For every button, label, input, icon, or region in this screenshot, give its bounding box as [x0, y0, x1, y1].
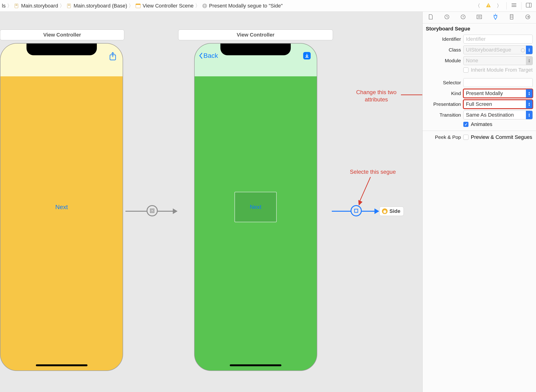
annotation-text: Change this two attributes — [350, 89, 402, 103]
device-frame: Next — [0, 43, 123, 371]
breadcrumb-item[interactable]: Present Modally segue to "Side" — [202, 3, 283, 9]
attributes-inspector-tab-icon[interactable] — [491, 14, 500, 21]
svg-rect-0 — [15, 4, 18, 8]
field-value: None — [466, 58, 478, 64]
chevron-right-icon: 〉 — [129, 2, 134, 9]
next-button[interactable]: Next — [55, 204, 68, 211]
separator — [422, 131, 536, 131]
field-label: Kind — [426, 91, 461, 96]
field-value: UIStoryboardSegue — [466, 47, 511, 53]
view-controller-scene-2[interactable]: View Controller Back N — [178, 29, 333, 371]
svg-rect-13 — [526, 3, 531, 7]
annotation-arrow-icon — [401, 90, 422, 99]
share-icon[interactable] — [109, 52, 116, 62]
animates-checkbox[interactable] — [463, 122, 469, 127]
preview-commit-checkbox[interactable] — [463, 135, 469, 140]
checkbox-label: Animates — [471, 121, 492, 127]
selector-field[interactable] — [463, 78, 533, 87]
home-indicator — [36, 364, 87, 366]
back-label: Back — [204, 52, 218, 60]
connections-inspector-tab-icon[interactable] — [523, 14, 532, 21]
breadcrumb-item[interactable]: ls — [2, 3, 6, 9]
history-inspector-tab-icon[interactable] — [442, 14, 452, 21]
view-controller-scene-1[interactable]: View Controller Next — [0, 29, 124, 371]
storyboard-file-icon — [14, 3, 20, 9]
back-button[interactable]: Back — [199, 52, 218, 60]
segue-node-icon[interactable] — [147, 205, 158, 216]
svg-rect-9 — [488, 6, 489, 7]
svg-rect-17 — [150, 209, 154, 213]
kind-select[interactable]: Present Modally ▲▼ — [463, 89, 533, 98]
transition-select[interactable]: Same As Destination ▲▼ — [463, 111, 533, 119]
dropdown-arrow-icon[interactable]: ▲▼ — [526, 56, 532, 65]
storyboard-canvas[interactable]: View Controller Next — [0, 12, 422, 392]
editor-path-bar: ls 〉 Main.storyboard 〉 Main.storyboard (… — [0, 0, 536, 12]
scene-title-label: View Controller — [43, 32, 81, 38]
size-inspector-tab-icon[interactable] — [507, 14, 516, 21]
class-field[interactable]: UIStoryboardSegue ◯ ▲▼ — [463, 45, 533, 54]
scene-title-label: View Controller — [237, 32, 275, 38]
svg-rect-7 — [204, 5, 206, 7]
container-view[interactable]: Next — [234, 192, 277, 222]
annotation-text: Selecte this segue — [345, 168, 401, 175]
scene-icon — [135, 3, 141, 9]
svg-rect-2 — [67, 4, 71, 8]
field-value: Present Modally — [466, 90, 503, 97]
scene-title-bar[interactable]: View Controller — [0, 29, 124, 40]
breadcrumb-item[interactable]: View Controller Scene — [135, 3, 193, 9]
breadcrumb-label: Present Modally segue to "Side" — [209, 3, 283, 9]
svg-text:?: ? — [462, 15, 464, 19]
breadcrumb-label: Main.storyboard (Base) — [74, 3, 127, 9]
nav-forward-icon[interactable]: 〉 — [496, 2, 503, 9]
dropdown-arrow-icon[interactable]: ▲▼ — [526, 89, 532, 98]
storyboard-base-icon — [66, 3, 72, 9]
adjust-editor-icon[interactable] — [525, 3, 532, 9]
svg-rect-18 — [151, 210, 153, 212]
home-indicator — [230, 364, 281, 366]
svg-point-6 — [203, 4, 206, 8]
svg-rect-3 — [68, 5, 70, 5]
identifier-field[interactable]: Identifier — [463, 35, 533, 44]
field-label: Peek & Pop — [426, 134, 461, 140]
field-label: Selector — [426, 80, 461, 85]
svg-rect-29 — [477, 15, 482, 19]
breadcrumb: ls 〉 Main.storyboard 〉 Main.storyboard (… — [0, 2, 474, 9]
breadcrumb-item[interactable]: Main.storyboard — [14, 3, 58, 9]
chevron-right-icon: 〉 — [7, 2, 12, 9]
field-value: Full Screen — [466, 101, 492, 107]
breadcrumb-label: Main.storyboard — [21, 3, 58, 9]
next-button-label: Next — [250, 204, 261, 210]
module-field[interactable]: None ▲▼ — [463, 56, 533, 65]
dropdown-arrow-icon[interactable]: ▲▼ — [526, 100, 532, 108]
svg-marker-25 — [358, 200, 363, 205]
outline-icon[interactable] — [510, 3, 517, 9]
svg-line-24 — [360, 177, 370, 201]
warning-icon[interactable] — [485, 3, 492, 9]
identity-inspector-tab-icon[interactable] — [474, 14, 484, 21]
storyboard-reference-label: Side — [389, 208, 400, 214]
svg-rect-5 — [136, 4, 140, 5]
inherit-module-checkbox[interactable] — [463, 67, 469, 73]
device-notch — [27, 44, 97, 55]
checkbox-label: Inherit Module From Target — [471, 67, 533, 73]
clear-icon[interactable]: ◯ — [521, 48, 525, 52]
toolbar-right: 〈 〉 — [474, 2, 536, 9]
svg-rect-8 — [488, 5, 489, 6]
help-inspector-tab-icon[interactable]: ? — [458, 14, 468, 21]
storyboard-reference[interactable]: ◉ Side — [379, 206, 404, 216]
device-frame: Back Next — [194, 43, 317, 371]
breadcrumb-item[interactable]: Main.storyboard (Base) — [66, 3, 127, 9]
checkbox-label: Preview & Commit Segues — [471, 134, 532, 140]
svg-rect-1 — [15, 5, 17, 5]
dropdown-arrow-icon[interactable]: ▲▼ — [526, 111, 532, 119]
file-inspector-tab-icon[interactable] — [426, 14, 436, 21]
section-header: Storyboard Segue — [422, 23, 536, 34]
download-icon[interactable] — [303, 52, 311, 60]
field-label: Module — [426, 58, 461, 63]
scene-title-bar[interactable]: View Controller — [178, 29, 333, 40]
dropdown-arrow-icon[interactable]: ▲▼ — [526, 46, 532, 54]
presentation-select[interactable]: Full Screen ▲▼ — [463, 100, 533, 109]
field-label: Class — [426, 47, 461, 53]
segue-node-selected-icon[interactable] — [350, 205, 362, 216]
nav-back-icon[interactable]: 〈 — [474, 2, 481, 9]
